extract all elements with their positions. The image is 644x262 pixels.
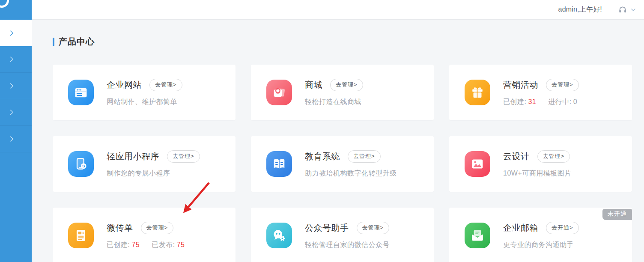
product-grid: 企业网站 去管理> 网站制作、维护都简单 商城 去管理> 轻松打造在线商城 营销… (53, 65, 644, 262)
stat-marketing-1: 进行中:0 (548, 98, 577, 105)
product-title: 云设计 (503, 151, 530, 162)
status-badge: 未开通 (602, 209, 632, 220)
manage-button[interactable]: 去管理> (167, 150, 200, 163)
chevron-right-icon (9, 109, 15, 116)
page-title: 产品中心 (59, 36, 95, 48)
topbar: admin,上午好! (32, 0, 644, 20)
product-title: 微传单 (107, 222, 133, 234)
product-title: 商城 (305, 79, 322, 91)
stat-marketing-0: 已创建:31 (503, 98, 536, 105)
image-icon (465, 151, 490, 177)
logo-ring-icon (0, 0, 9, 8)
product-title: 公众号助手 (305, 222, 349, 234)
manage-button[interactable]: 去管理> (537, 150, 570, 163)
product-card-marketing: 营销活动 去管理> 已创建:31进行中:0 (449, 65, 632, 120)
manage-button[interactable]: 去管理> (357, 222, 390, 234)
product-card-mall: 商城 去管理> 轻松打造在线商城 (251, 65, 434, 120)
manage-button[interactable]: 去管理> (330, 79, 363, 91)
sidebar-nav (0, 20, 32, 262)
product-card-website: 企业网站 去管理> 网站制作、维护都简单 (53, 65, 236, 120)
product-subtitle: 更专业的商务沟通助手 (503, 241, 579, 250)
chevron-right-icon (9, 30, 15, 36)
svg-text:S: S (82, 164, 85, 168)
product-subtitle: 10W+可商用模板图片 (503, 169, 572, 178)
product-card-education: 教育系统 去管理> 助力教培机构数字化转型升级 (251, 136, 434, 192)
section-accent-bar (53, 38, 54, 46)
topbar-divider (610, 6, 610, 13)
product-subtitle: 轻松打造在线商城 (305, 98, 363, 107)
user-greeting: admin,上午好! (558, 5, 602, 14)
product-subtitle: 制作您的专属小程序 (107, 169, 200, 178)
product-title: 企业网站 (107, 79, 142, 91)
product-title: 轻应用小程序 (107, 151, 159, 162)
sidebar-item-3[interactable] (0, 73, 32, 99)
main-content: 产品中心 企业网站 去管理> 网站制作、维护都简单 商城 去管理> 轻松打造在线… (32, 20, 644, 262)
manage-button[interactable]: 去管理> (546, 79, 579, 91)
flyer-icon (68, 223, 94, 248)
headset-icon[interactable] (618, 5, 627, 15)
gift-icon (465, 80, 490, 105)
chevron-right-icon (9, 83, 15, 89)
stat-flyer-0: 已创建:75 (107, 241, 140, 248)
product-card-cloud-design: 云设计 去管理> 10W+可商用模板图片 (449, 136, 632, 192)
manage-button[interactable]: 去管理> (149, 79, 182, 91)
product-title: 教育系统 (305, 151, 340, 162)
product-subtitle: 已创建:75已发布:75 (107, 241, 185, 250)
product-subtitle: 轻松管理自家的微信公众号 (305, 241, 390, 250)
stat-flyer-1: 已发布:75 (152, 241, 185, 248)
shopping-bag-icon (266, 80, 292, 105)
manage-button[interactable]: 去管理> (348, 150, 381, 163)
sidebar-item-2[interactable] (0, 46, 32, 73)
mail-open-icon (465, 223, 490, 248)
product-subtitle: 助力教培机构数字化转型升级 (305, 169, 397, 178)
product-subtitle: 网站制作、维护都简单 (107, 98, 182, 107)
product-subtitle: 已创建:31进行中:0 (503, 98, 579, 107)
manage-button[interactable]: 去管理> (141, 222, 174, 234)
product-card-official-account: 公众号助手 去管理> 轻松管理自家的微信公众号 (251, 208, 434, 262)
open-book-icon (266, 151, 292, 177)
wechat-assistant-icon (266, 223, 292, 248)
product-title: 营销活动 (503, 79, 538, 91)
manage-button[interactable]: 去开通> (546, 222, 579, 234)
sidebar-item-5[interactable] (0, 126, 32, 152)
product-title: 企业邮箱 (503, 222, 538, 234)
section-header: 产品中心 (53, 36, 644, 48)
sidebar-item-1[interactable] (0, 20, 32, 46)
chevron-right-icon (9, 136, 15, 142)
miniprogram-phone-icon: S (68, 151, 94, 177)
product-card-email: 企业邮箱 去开通> 更专业的商务沟通助手 未开通 (449, 208, 632, 262)
chevron-down-icon[interactable] (630, 7, 636, 13)
chevron-right-icon (9, 56, 15, 63)
sidebar-item-4[interactable] (0, 99, 32, 126)
browser-window-icon (68, 80, 94, 105)
product-card-miniprogram: S 轻应用小程序 去管理> 制作您的专属小程序 (53, 136, 236, 192)
app-logo[interactable] (0, 0, 32, 20)
product-card-flyer: 微传单 去管理> 已创建:75已发布:75 (53, 208, 236, 262)
